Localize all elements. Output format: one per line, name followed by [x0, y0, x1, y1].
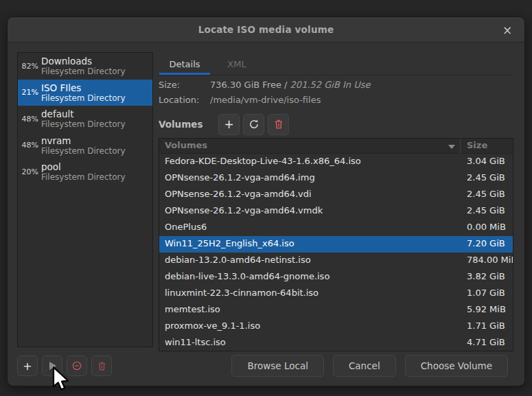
browse-local-button[interactable]: Browse Local — [231, 355, 323, 377]
pool-type: Filesystem Directory — [41, 172, 126, 182]
delete-pool-button[interactable] — [91, 356, 112, 376]
volume-size: 2.45 GiB — [467, 189, 513, 199]
storage-pool-item[interactable]: 20% pool Filesystem Directory — [18, 159, 152, 185]
pool-name: default — [41, 108, 126, 119]
volume-name: Fedora-KDE-Desktop-Live-43-1.6.x86_64.is… — [165, 156, 361, 166]
pool-usage-percent: 48% — [18, 141, 41, 150]
volume-size: 2.45 GiB — [467, 172, 513, 183]
trash-icon — [273, 119, 284, 130]
pool-usage-percent: 82% — [18, 62, 41, 71]
plus-icon: + — [23, 360, 32, 372]
tab-label: XML — [227, 59, 246, 69]
volumes-table: Volumes Size Fedora-KDE-Desktop-Live-43-… — [159, 138, 513, 351]
volume-row[interactable]: OPNsense-26.1.2-vga-amd64.vmdk 2.45 GiB — [159, 203, 513, 220]
plus-icon: + — [224, 119, 233, 130]
pool-type: Filesystem Directory — [41, 67, 126, 76]
volume-size: 7.20 GiB — [467, 238, 513, 248]
mouse-cursor — [52, 366, 70, 393]
volume-name: proxmox-ve_9.1-1.iso — [165, 321, 260, 331]
dialog-action-buttons: Browse Local Cancel Choose Volume — [231, 355, 508, 377]
volume-row[interactable]: OPNsense-26.1.2-vga-amd64.vdi 2.45 GiB — [159, 187, 513, 203]
add-pool-button[interactable]: + — [17, 356, 38, 376]
pool-name: Downloads — [41, 56, 126, 67]
volume-row[interactable]: debian-13.2.0-amd64-netinst.iso 784.00 M… — [159, 253, 513, 269]
choose-volume-button[interactable]: Choose Volume — [405, 355, 508, 377]
size-free: 736.30 GiB Free / — [210, 80, 287, 90]
volume-row[interactable]: Fedora-KDE-Desktop-Live-43-1.6.x86_64.is… — [159, 154, 513, 170]
volume-name: linuxmint-22.3-cinnamon-64bit.iso — [165, 288, 319, 298]
volume-size: 3.82 GiB — [467, 271, 513, 281]
dialog-titlebar[interactable]: Locate ISO media volume × — [8, 17, 524, 43]
stop-circle-icon — [71, 360, 82, 371]
volume-row[interactable]: OnePlus6 0.00 MiB — [159, 220, 513, 236]
tab[interactable]: XML — [211, 53, 263, 75]
volume-name: debian-13.2.0-amd64-netinst.iso — [165, 255, 311, 265]
pool-name: ISO FIles — [41, 82, 126, 93]
sort-descending-icon — [448, 145, 455, 149]
volumes-toolbar: Volumes + — [159, 113, 513, 135]
tab-bar: Details XML — [159, 53, 513, 75]
volume-row[interactable]: Win11_25H2_English_x64.iso 7.20 GiB — [159, 236, 513, 253]
size-row: Size:736.30 GiB Free / 201.52 GiB In Use — [159, 80, 513, 92]
refresh-volumes-button[interactable] — [243, 114, 264, 135]
pool-type: Filesystem Directory — [41, 119, 126, 129]
volume-size: 1.71 GiB — [467, 321, 513, 331]
trash-icon — [97, 361, 107, 371]
volume-row[interactable]: OPNsense-26.1.2-vga-amd64.img 2.45 GiB — [159, 170, 513, 187]
volumes-table-header[interactable]: Volumes Size — [159, 139, 513, 154]
pool-usage-percent: 20% — [18, 167, 41, 176]
volume-name: OPNsense-26.1.2-vga-amd64.img — [165, 172, 315, 183]
pool-name: nvram — [41, 135, 126, 146]
volume-size: 5.92 MiB — [467, 304, 513, 314]
volume-name: OPNsense-26.1.2-vga-amd64.vdi — [165, 189, 312, 199]
pool-type: Filesystem Directory — [41, 146, 126, 156]
location-value: /media/vm-drive/iso-files — [210, 95, 321, 105]
volume-row[interactable]: proxmox-ve_9.1-1.iso 1.71 GiB — [159, 318, 513, 335]
volume-name: Win11_25H2_English_x64.iso — [165, 238, 294, 248]
refresh-icon — [248, 119, 259, 130]
size-label: Size: — [159, 80, 210, 90]
volume-size: 3.04 GiB — [467, 156, 513, 166]
volume-name: OnePlus6 — [165, 222, 207, 232]
pool-name: pool — [41, 161, 126, 172]
volume-size: 784.00 MiB — [467, 255, 513, 265]
tab[interactable]: Details — [159, 53, 211, 75]
location-label: Location: — [159, 95, 210, 105]
volume-size: 2.45 GiB — [467, 205, 513, 216]
close-icon[interactable]: × — [500, 23, 515, 38]
add-volume-button[interactable]: + — [218, 114, 240, 135]
locate-iso-dialog: Locate ISO media volume × 82% Downloads … — [7, 16, 525, 386]
volume-name: debian-live-13.3.0-amd64-gnome.iso — [165, 271, 329, 281]
volume-row[interactable]: linuxmint-22.3-cinnamon-64bit.iso 1.07 G… — [159, 286, 513, 302]
storage-pool-item[interactable]: 82% Downloads Filesystem Directory — [18, 53, 152, 80]
volume-row[interactable]: memtest.iso 5.92 MiB — [159, 302, 513, 318]
pool-usage-percent: 21% — [18, 88, 41, 97]
volume-row[interactable]: debian-live-13.3.0-amd64-gnome.iso 3.82 … — [159, 269, 513, 286]
pool-type: Filesystem Directory — [41, 93, 126, 103]
delete-volume-button[interactable] — [268, 114, 289, 135]
size-in-use: 201.52 GiB In Use — [287, 80, 370, 90]
volume-size: 4.71 GiB — [467, 337, 513, 347]
volume-name: win11-ltsc.iso — [165, 337, 226, 347]
volume-name: OPNsense-26.1.2-vga-amd64.vmdk — [165, 205, 323, 216]
volume-size: 0.00 MiB — [467, 222, 513, 232]
column-header-volumes[interactable]: Volumes — [165, 140, 207, 150]
cancel-button[interactable]: Cancel — [333, 355, 396, 377]
volume-name: memtest.iso — [165, 304, 220, 314]
location-row: Location:/media/vm-drive/iso-files — [159, 95, 513, 107]
storage-pool-item[interactable]: 48% default Filesystem Directory — [18, 106, 152, 132]
volumes-section-label: Volumes — [159, 119, 218, 130]
tab-label: Details — [169, 59, 200, 69]
dialog-title: Locate ISO media volume — [198, 24, 334, 35]
storage-pool-item[interactable]: 48% nvram Filesystem Directory — [18, 132, 152, 159]
column-header-size[interactable]: Size — [467, 140, 487, 150]
storage-pool-item[interactable]: 21% ISO FIles Filesystem Directory — [18, 80, 152, 106]
volumes-table-body: Fedora-KDE-Desktop-Live-43-1.6.x86_64.is… — [159, 154, 513, 351]
column-divider[interactable] — [460, 139, 461, 154]
volume-row[interactable]: win11-ltsc.iso 4.71 GiB — [159, 335, 513, 351]
storage-pool-list[interactable]: 82% Downloads Filesystem Directory 21% I… — [17, 52, 153, 347]
volume-size: 1.07 GiB — [467, 288, 513, 298]
pool-usage-percent: 48% — [18, 115, 41, 124]
